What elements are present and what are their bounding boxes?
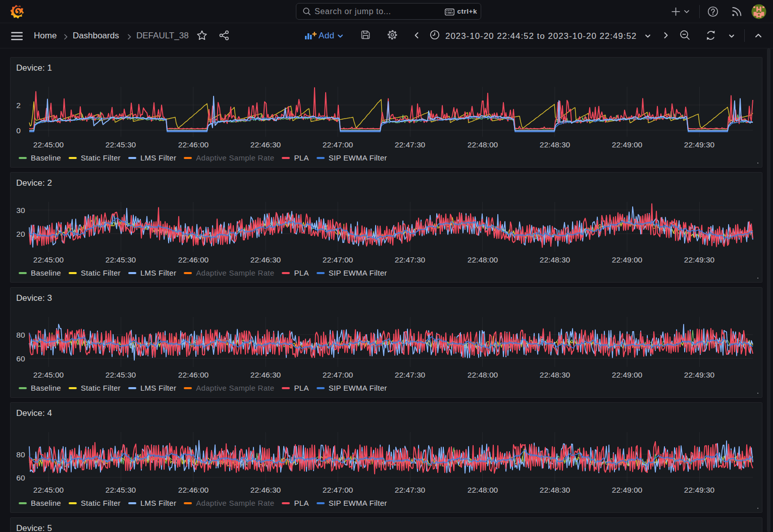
svg-text:22:45:00: 22:45:00 (33, 370, 64, 379)
svg-text:22:47:00: 22:47:00 (323, 140, 353, 149)
svg-text:22:49:30: 22:49:30 (684, 140, 715, 149)
svg-text:22:46:00: 22:46:00 (178, 486, 209, 494)
svg-text:22:47:00: 22:47:00 (323, 486, 353, 494)
svg-text:80: 80 (16, 331, 25, 339)
svg-text:22:47:30: 22:47:30 (395, 255, 426, 264)
svg-text:22:49:30: 22:49:30 (684, 255, 715, 264)
svg-text:22:47:30: 22:47:30 (395, 140, 426, 149)
svg-text:22:48:30: 22:48:30 (540, 486, 571, 494)
svg-text:22:45:30: 22:45:30 (106, 140, 136, 149)
svg-text:22:49:00: 22:49:00 (612, 140, 643, 149)
svg-text:22:46:00: 22:46:00 (178, 255, 209, 264)
svg-text:80: 80 (16, 450, 25, 459)
svg-text:22:49:00: 22:49:00 (612, 486, 643, 494)
svg-text:22:48:00: 22:48:00 (468, 255, 498, 264)
svg-text:22:48:30: 22:48:30 (540, 140, 571, 149)
svg-text:20: 20 (16, 230, 25, 238)
svg-text:22:46:30: 22:46:30 (250, 486, 281, 494)
svg-text:22:48:00: 22:48:00 (468, 486, 498, 494)
svg-text:22:48:00: 22:48:00 (468, 140, 498, 149)
svg-text:22:48:30: 22:48:30 (540, 255, 571, 264)
svg-text:22:46:00: 22:46:00 (178, 140, 209, 149)
svg-text:22:46:30: 22:46:30 (250, 140, 281, 149)
svg-text:2: 2 (16, 101, 21, 110)
svg-text:22:45:30: 22:45:30 (106, 255, 136, 264)
svg-text:30: 30 (16, 206, 25, 215)
svg-text:22:47:30: 22:47:30 (395, 486, 426, 494)
svg-text:22:45:30: 22:45:30 (106, 486, 136, 494)
svg-text:22:45:00: 22:45:00 (33, 255, 64, 264)
svg-text:22:47:00: 22:47:00 (323, 255, 353, 264)
svg-text:0: 0 (16, 126, 21, 135)
svg-text:22:45:00: 22:45:00 (33, 140, 64, 149)
svg-text:60: 60 (16, 354, 25, 363)
svg-text:22:48:30: 22:48:30 (540, 370, 571, 379)
svg-text:22:46:30: 22:46:30 (250, 255, 281, 264)
svg-text:22:45:00: 22:45:00 (33, 486, 64, 494)
svg-text:22:47:30: 22:47:30 (395, 370, 426, 379)
svg-text:22:49:30: 22:49:30 (684, 486, 715, 494)
svg-text:22:48:00: 22:48:00 (468, 370, 498, 379)
svg-text:60: 60 (16, 473, 25, 482)
svg-text:22:46:00: 22:46:00 (178, 370, 209, 379)
svg-text:22:47:00: 22:47:00 (323, 370, 353, 379)
svg-text:22:49:00: 22:49:00 (612, 255, 643, 264)
svg-text:22:49:30: 22:49:30 (684, 370, 715, 379)
svg-text:22:46:30: 22:46:30 (250, 370, 281, 379)
svg-text:22:49:00: 22:49:00 (612, 370, 643, 379)
svg-text:22:45:30: 22:45:30 (106, 370, 136, 379)
